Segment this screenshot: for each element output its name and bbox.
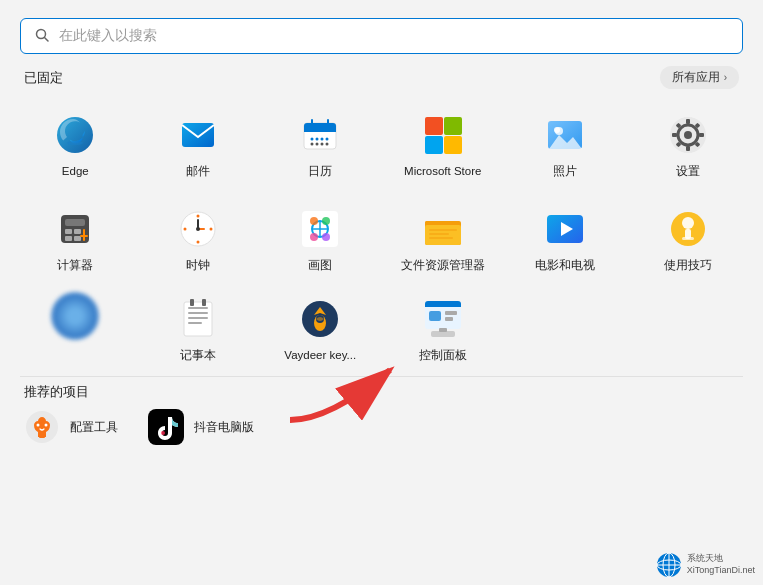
control-panel-icon [419,295,467,343]
svg-rect-32 [699,133,704,137]
app-movies[interactable]: 电影和电视 [504,195,627,281]
svg-rect-39 [65,229,72,234]
pinned-title: 已固定 [24,69,63,87]
svg-rect-4 [182,123,214,147]
mail-icon [174,111,222,159]
paint-icon [296,205,344,253]
app-settings[interactable]: 设置 [627,101,750,187]
vaydeer-icon [296,295,344,343]
svg-rect-42 [74,236,81,241]
svg-rect-18 [425,117,443,135]
svg-point-53 [196,227,200,231]
app-movies-label: 电影和电视 [535,259,595,273]
edge-icon [51,111,99,159]
recommended-section: 推荐的项目 配置工具 抖音电脑版 [24,383,739,445]
app-photos[interactable]: 照片 [504,101,627,187]
app-tips-label: 使用技巧 [664,259,712,273]
rec-item-config[interactable]: 配置工具 [24,409,118,445]
svg-point-15 [316,143,319,146]
app-calendar[interactable]: 日历 [259,101,382,187]
svg-rect-76 [188,317,208,319]
svg-point-49 [183,227,186,230]
svg-rect-41 [74,229,81,234]
app-explorer[interactable]: 文件资源管理器 [382,195,505,281]
app-paint-label: 画图 [308,259,332,273]
app-clock[interactable]: 时钟 [137,195,260,281]
svg-rect-72 [682,237,694,240]
svg-rect-38 [65,219,85,226]
svg-rect-20 [425,136,443,154]
movies-icon [541,205,589,253]
section-divider [20,376,743,377]
svg-point-16 [321,143,324,146]
watermark-text: 系统天地 XiTongTianDi.net [687,553,755,576]
clock-icon [174,205,222,253]
calendar-icon [296,111,344,159]
app-settings-label: 设置 [676,165,700,179]
app-paint[interactable]: 画图 [259,195,382,281]
app-edge[interactable]: Edge [14,101,137,187]
svg-point-57 [322,217,330,225]
svg-point-59 [322,233,330,241]
tiktok-icon [148,409,184,445]
calc-icon [51,205,99,253]
svg-point-47 [196,214,199,217]
app-grid-row2: 计算器 时钟 [14,191,749,285]
chevron-right-icon: › [724,72,727,83]
app-calc[interactable]: 计算器 [14,195,137,281]
svg-rect-40 [65,236,72,241]
app-store[interactable]: Microsoft Store [382,101,505,187]
svg-rect-79 [202,299,206,306]
app-clock-label: 时钟 [186,259,210,273]
svg-rect-74 [188,307,208,309]
svg-rect-21 [444,136,462,154]
app-grid-row3: 记事本 Vaydeer key... [14,285,749,371]
svg-rect-86 [429,311,441,321]
app-avatar[interactable] [14,285,137,371]
recommended-list: 配置工具 抖音电脑版 [24,409,739,445]
svg-rect-90 [439,328,447,332]
app-tips[interactable]: 使用技巧 [627,195,750,281]
svg-point-14 [311,143,314,146]
svg-rect-78 [190,299,194,306]
svg-point-12 [321,138,324,141]
watermark: 系统天地 XiTongTianDi.net [655,551,755,579]
search-placeholder: 在此键入以搜索 [59,27,728,45]
app-store-label: Microsoft Store [404,165,481,179]
app-vaydeer[interactable]: Vaydeer key... [259,285,382,371]
svg-rect-66 [429,237,453,239]
svg-point-25 [554,127,560,133]
app-mail[interactable]: 邮件 [137,101,260,187]
svg-point-70 [682,217,694,229]
svg-rect-30 [686,146,690,151]
app-notepad-label: 记事本 [180,349,216,363]
svg-rect-64 [429,229,457,231]
search-bar[interactable]: 在此键入以搜索 [20,18,743,54]
svg-point-13 [326,138,329,141]
app-grid-row1: Edge 邮件 [14,97,749,191]
app-control-panel-label: 控制面板 [419,349,467,363]
svg-point-58 [310,233,318,241]
svg-rect-29 [686,119,690,124]
app-explorer-label: 文件资源管理器 [401,259,485,273]
recommended-title: 推荐的项目 [24,383,739,401]
svg-rect-75 [188,312,208,314]
svg-point-56 [310,217,318,225]
photos-icon [541,111,589,159]
app-photos-label: 照片 [553,165,577,179]
app-notepad[interactable]: 记事本 [137,285,260,371]
svg-rect-65 [429,233,449,235]
app-control-panel[interactable]: 控制面板 [382,285,505,371]
all-apps-button[interactable]: 所有应用 › [660,66,739,89]
rec-config-label: 配置工具 [70,419,118,436]
rec-item-tiktok[interactable]: 抖音电脑版 [148,409,254,445]
svg-rect-7 [304,129,336,132]
svg-point-28 [684,131,692,139]
search-icon [35,28,49,45]
svg-point-3 [67,141,83,145]
svg-rect-88 [445,317,453,321]
svg-rect-85 [425,304,461,307]
pinned-header: 已固定 所有应用 › [24,66,739,89]
svg-rect-44 [80,235,88,237]
svg-point-94 [45,424,48,427]
